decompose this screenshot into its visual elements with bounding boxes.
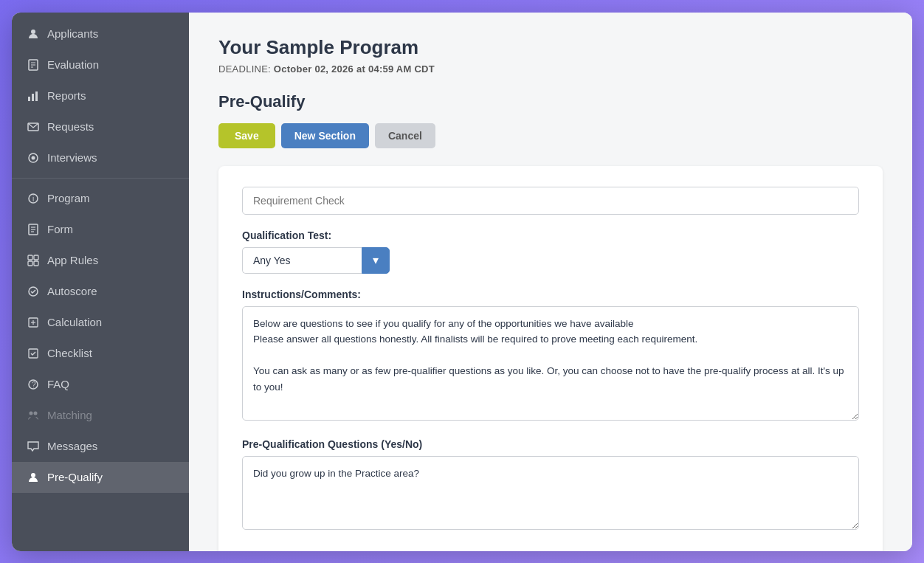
deadline-value: October 02, 2026 at 04:59 AM CDT	[274, 63, 435, 75]
sidebar-label-applicants: Applicants	[47, 27, 98, 40]
main-content: Your Sample Program DEADLINE: October 02…	[189, 13, 912, 551]
svg-rect-17	[28, 255, 32, 260]
section-title: Pre-Qualify	[218, 92, 883, 111]
svg-marker-30	[28, 442, 38, 451]
sidebar-item-reports[interactable]: Reports	[12, 80, 189, 111]
sidebar-label-program: Program	[47, 192, 90, 204]
svg-rect-18	[34, 255, 38, 260]
sidebar-item-program[interactable]: i Program	[12, 183, 189, 214]
checklist-icon	[27, 347, 40, 360]
sidebar-label-app-rules: App Rules	[47, 254, 98, 266]
deadline-label: DEADLINE:	[218, 63, 271, 75]
sidebar-divider-1	[12, 178, 189, 179]
sidebar-label-checklist: Checklist	[47, 347, 92, 359]
svg-rect-25	[29, 349, 38, 358]
sidebar-label-evaluation: Evaluation	[47, 58, 99, 71]
sidebar-item-applicants[interactable]: Applicants	[12, 18, 189, 49]
svg-text:i: i	[32, 195, 34, 203]
faq-icon: ?	[27, 378, 40, 391]
instructions-textarea[interactable]	[242, 306, 859, 421]
save-button[interactable]: Save	[218, 123, 275, 148]
sidebar-label-calculation: Calculation	[47, 316, 102, 328]
sidebar-item-messages[interactable]: Messages	[12, 431, 189, 462]
sidebar-item-calculation[interactable]: Calculation	[12, 307, 189, 338]
sidebar-label-autoscore: Autoscore	[47, 285, 97, 297]
applicants-icon	[27, 27, 40, 41]
sidebar-item-requests[interactable]: Requests	[12, 111, 189, 142]
requirement-check-field	[242, 187, 859, 215]
sidebar-item-checklist[interactable]: Checklist	[12, 338, 189, 369]
requests-icon	[27, 120, 40, 134]
form-icon	[27, 223, 40, 236]
sidebar-label-requests: Requests	[47, 120, 94, 133]
sidebar-item-interviews[interactable]: Interviews	[12, 142, 189, 173]
sidebar-label-reports: Reports	[47, 89, 86, 102]
pre-qual-questions-textarea[interactable]	[242, 456, 859, 530]
svg-rect-6	[32, 94, 34, 101]
sidebar-label-form: Form	[47, 223, 73, 235]
qualification-test-select[interactable]: Any Yes	[242, 247, 362, 274]
sidebar-label-interviews: Interviews	[47, 151, 97, 164]
svg-rect-7	[35, 91, 38, 101]
svg-point-29	[34, 411, 38, 415]
instructions-label: Instructions/Comments:	[242, 289, 859, 300]
app-rules-icon	[27, 254, 40, 267]
autoscore-icon	[27, 285, 40, 298]
new-section-button[interactable]: New Section	[281, 123, 369, 148]
pre-qualify-icon	[27, 471, 40, 484]
app-window: Applicants Evaluation Reports Requests I…	[12, 13, 912, 551]
instructions-field: Instructions/Comments:	[242, 289, 859, 424]
program-title: Your Sample Program	[218, 36, 883, 59]
sidebar-item-faq[interactable]: ? FAQ	[12, 369, 189, 400]
sidebar-label-messages: Messages	[47, 440, 97, 452]
qualification-test-field: Qualification Test: Any Yes ▾	[242, 229, 859, 274]
form-card: Qualification Test: Any Yes ▾ Instructio…	[218, 166, 883, 551]
pre-qual-questions-label: Pre-Qualification Questions (Yes/No)	[242, 438, 859, 450]
svg-point-10	[32, 156, 35, 159]
svg-rect-20	[34, 261, 38, 266]
requirement-check-input[interactable]	[242, 187, 859, 215]
sidebar-item-app-rules[interactable]: App Rules	[12, 245, 189, 276]
program-icon: i	[27, 192, 40, 205]
sidebar-item-form[interactable]: Form	[12, 214, 189, 245]
sidebar-item-pre-qualify[interactable]: Pre-Qualify	[12, 462, 189, 493]
matching-icon	[27, 409, 40, 422]
deadline-text: DEADLINE: October 02, 2026 at 04:59 AM C…	[218, 63, 883, 75]
interviews-icon	[27, 151, 40, 165]
sidebar-label-faq: FAQ	[47, 378, 69, 390]
svg-rect-19	[28, 261, 32, 266]
svg-text:?: ?	[32, 381, 36, 389]
calculation-icon	[27, 316, 40, 329]
cancel-button[interactable]: Cancel	[375, 123, 435, 148]
sidebar-label-matching: Matching	[47, 409, 92, 421]
sidebar-item-evaluation[interactable]: Evaluation	[12, 49, 189, 80]
sidebar-item-matching[interactable]: Matching	[12, 400, 189, 431]
svg-point-31	[31, 473, 35, 477]
qualification-test-select-wrapper: Any Yes ▾	[242, 247, 390, 274]
pre-qual-questions-field: Pre-Qualification Questions (Yes/No)	[242, 438, 859, 533]
sidebar-item-autoscore[interactable]: Autoscore	[12, 276, 189, 307]
messages-icon	[27, 440, 40, 453]
toolbar: Save New Section Cancel	[218, 123, 883, 148]
svg-point-0	[31, 30, 35, 34]
sidebar: Applicants Evaluation Reports Requests I…	[12, 13, 189, 551]
chevron-down-icon: ▾	[373, 253, 379, 267]
reports-icon	[27, 89, 40, 103]
sidebar-label-pre-qualify: Pre-Qualify	[47, 471, 103, 483]
svg-rect-5	[28, 97, 30, 101]
svg-point-28	[30, 411, 33, 415]
qualification-test-label: Qualification Test:	[242, 229, 859, 241]
qualification-test-dropdown-btn[interactable]: ▾	[362, 247, 390, 274]
evaluation-icon	[27, 58, 40, 72]
